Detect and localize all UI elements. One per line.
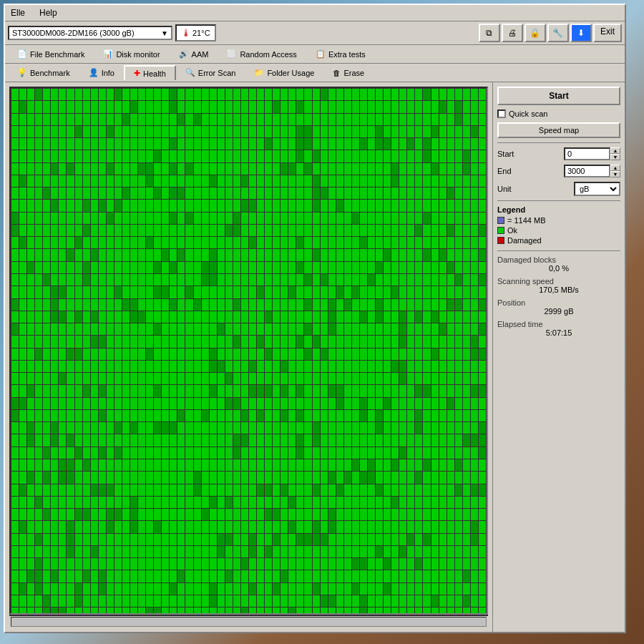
tab-random-access[interactable]: ⬜ Random Access <box>218 47 306 62</box>
scroll-track[interactable] <box>11 617 487 627</box>
menu-elle[interactable]: Elle <box>8 6 28 19</box>
grid-cell <box>296 558 303 570</box>
grid-cell <box>130 187 137 199</box>
grid-cell <box>67 138 74 150</box>
right-panel: Start Quick scan Speed map Start ▲ ▼ <box>492 82 625 632</box>
grid-cell <box>202 163 209 175</box>
grid-cell <box>249 410 256 421</box>
grid-cell <box>415 237 422 248</box>
down-button[interactable]: ⬇ <box>570 24 592 42</box>
tab-benchmark[interactable]: 💡 Benchmark <box>8 65 79 80</box>
grid-cell <box>328 534 336 545</box>
grid-cell <box>11 187 19 199</box>
grid-cell <box>463 534 470 545</box>
grid-cell <box>51 497 58 508</box>
lock-button[interactable]: 🔒 <box>525 24 546 42</box>
grid-cell <box>455 521 462 532</box>
grid-cell <box>218 398 225 409</box>
grid-cell <box>352 225 359 236</box>
grid-cell <box>210 434 217 446</box>
end-spin-up[interactable]: ▲ <box>610 165 620 171</box>
grid-cell <box>296 398 303 409</box>
end-spin-down[interactable]: ▼ <box>610 171 620 177</box>
grid-cell <box>479 237 486 248</box>
elapsed-time-label: Elapsed time <box>497 320 620 328</box>
grid-cell <box>130 546 137 557</box>
grid-cell <box>288 595 296 607</box>
grid-cell <box>257 126 264 137</box>
grid-cell <box>431 434 439 446</box>
grid-cell <box>447 249 454 260</box>
grid-cell <box>170 323 177 335</box>
menu-help[interactable]: Help <box>36 6 60 19</box>
grid-cell <box>423 422 430 434</box>
grid-cell <box>27 410 34 421</box>
grid-cell <box>447 398 454 409</box>
copy-button[interactable]: ⧉ <box>479 24 500 42</box>
bottom-scrollbar[interactable] <box>9 615 488 628</box>
grid-cell <box>328 126 336 137</box>
start-spin-up[interactable]: ▲ <box>610 147 620 154</box>
exit-button[interactable]: Exit <box>593 24 622 42</box>
tab-info[interactable]: 👤 Info <box>79 65 124 80</box>
tab-disk-monitor[interactable]: 📊 Disk monitor <box>94 47 169 62</box>
grid-cell <box>218 323 225 335</box>
grid-cell <box>162 497 169 508</box>
tab-folder-usage[interactable]: 📁 Folder Usage <box>245 65 323 80</box>
tab-aam[interactable]: 🔊 AAM <box>170 47 218 62</box>
grid-cell <box>138 101 145 112</box>
clone-button[interactable]: 🖨 <box>502 24 523 42</box>
grid-cell <box>336 150 343 162</box>
grid-cell <box>471 286 478 298</box>
grid-cell <box>352 299 359 311</box>
grid-cell <box>328 398 336 409</box>
grid-cell <box>344 422 351 434</box>
divider-2 <box>497 200 620 201</box>
start-spin-down[interactable]: ▼ <box>610 154 620 160</box>
grid-cell <box>280 126 288 137</box>
tab-extra-tests[interactable]: 📋 Extra tests <box>306 47 375 62</box>
grid-cell <box>423 114 430 125</box>
grid-cell <box>360 521 367 532</box>
grid-cell <box>19 114 26 125</box>
grid-cell <box>225 534 233 545</box>
grid-cell <box>194 237 201 248</box>
grid-cell <box>138 274 145 286</box>
divider-3 <box>497 250 620 251</box>
grid-cell <box>27 361 34 372</box>
grid-cell <box>265 187 272 199</box>
grid-cell <box>447 138 454 150</box>
grid-cell <box>344 150 351 162</box>
grid-cell <box>122 89 130 100</box>
grid-cell <box>313 225 320 236</box>
grid-cell <box>177 286 185 298</box>
tab-health[interactable]: ✚ Health <box>124 65 176 80</box>
tab-erase[interactable]: 🗑 Erase <box>323 66 374 80</box>
grid-cell <box>91 311 98 323</box>
grid-cell <box>146 323 153 335</box>
grid-cell <box>233 570 240 582</box>
grid-cell <box>360 237 367 248</box>
grid-cell <box>360 187 367 199</box>
speed-map-button[interactable]: Speed map <box>497 122 620 138</box>
wrench-button[interactable]: 🔧 <box>547 24 569 42</box>
grid-cell <box>249 534 256 545</box>
drive-select[interactable]: ST3000DM008-2DM166 (3000 gB) ▼ <box>8 26 172 40</box>
grid-cell <box>313 521 320 532</box>
grid-cell <box>99 484 106 496</box>
unit-select[interactable]: gB MB <box>574 182 620 196</box>
tab-error-scan[interactable]: 🔍 Error Scan <box>176 65 245 80</box>
tab-file-benchmark[interactable]: 📄 File Benchmark <box>8 47 94 62</box>
info-icon: 👤 <box>89 68 99 77</box>
end-input[interactable] <box>564 165 610 177</box>
grid-cell <box>154 583 161 595</box>
grid-cell <box>241 595 248 607</box>
grid-cell <box>35 472 42 483</box>
start-button[interactable]: Start <box>497 87 620 105</box>
grid-cell <box>122 225 130 236</box>
quick-scan-checkbox[interactable] <box>497 109 506 118</box>
grid-cell <box>162 138 169 150</box>
start-input[interactable] <box>564 147 610 160</box>
grid-cell <box>138 175 145 187</box>
grid-cell <box>479 434 486 446</box>
